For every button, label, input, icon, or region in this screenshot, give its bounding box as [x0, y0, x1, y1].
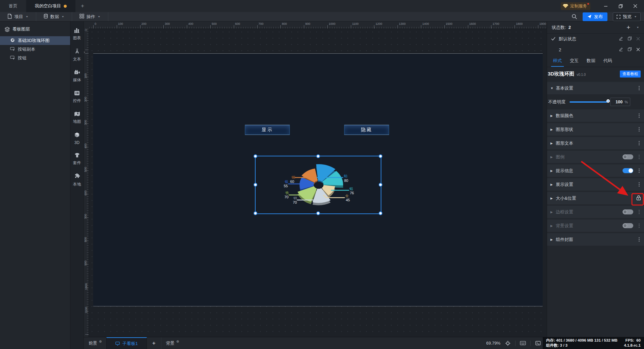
- section-menu-icon[interactable]: [637, 86, 641, 90]
- state-row-1[interactable]: 2: [547, 44, 644, 55]
- console-icon[interactable]: [534, 340, 542, 347]
- selection-handle[interactable]: [316, 211, 320, 215]
- close-button[interactable]: [629, 1, 642, 11]
- inspector-tab-2[interactable]: 数据: [583, 58, 599, 67]
- section-大小&位置[interactable]: ▶大小&位置: [547, 192, 644, 204]
- canvas-viewport[interactable]: 显示 隐藏 铂80铝76金45锌70铁70银55铜60: [89, 29, 547, 337]
- menu-item-project[interactable]: 项目▼: [0, 12, 36, 21]
- caret-right-icon[interactable]: ▶: [550, 210, 556, 214]
- project-tab-0[interactable]: 首页: [0, 0, 26, 12]
- toggle-off[interactable]: [623, 154, 633, 159]
- selection-handle[interactable]: [254, 211, 257, 215]
- section-图形形状[interactable]: ▶图形形状: [547, 123, 644, 136]
- delete-state-icon[interactable]: [636, 47, 640, 52]
- rail-item-3d[interactable]: 3D: [74, 132, 80, 145]
- rose-chart-widget[interactable]: 铂80铝76金45锌70铁70银55铜60: [256, 156, 382, 215]
- section-menu-icon[interactable]: [637, 113, 641, 118]
- toggle-off[interactable]: [623, 209, 633, 214]
- copy-state-icon[interactable]: [628, 36, 632, 42]
- inspector-tab-1[interactable]: 交互: [566, 58, 583, 67]
- caret-right-icon[interactable]: ▶: [550, 197, 556, 200]
- section-图例[interactable]: ▶图例: [547, 151, 644, 163]
- rail-item-charts[interactable]: 图表: [73, 28, 81, 41]
- canvas-area[interactable]: 显示 隐藏 铂80铝76金45锌70铁70银55铜60 010020030040…: [84, 21, 547, 337]
- foreground-add-icon[interactable]: ⊕: [99, 340, 102, 343]
- rail-item-kits[interactable]: 套件: [73, 153, 81, 166]
- background-add-icon[interactable]: ⊕: [176, 340, 179, 343]
- edit-state-icon[interactable]: [619, 47, 623, 52]
- section-menu-icon[interactable]: [637, 155, 641, 159]
- selection-handle[interactable]: [379, 183, 382, 187]
- delete-state-icon[interactable]: [636, 37, 640, 42]
- menu-item-operation[interactable]: 操作▼: [72, 12, 108, 21]
- toggle-on[interactable]: [623, 168, 633, 173]
- foreground-button[interactable]: 前景 ⊕: [84, 337, 106, 349]
- section-数据颜色[interactable]: ▶数据颜色: [547, 109, 644, 122]
- rail-item-text[interactable]: 文本: [73, 49, 81, 62]
- background-button[interactable]: 背景 ⊕: [161, 337, 184, 349]
- layer-item-0[interactable]: 基础3D玫瑰环图: [0, 36, 70, 45]
- opacity-slider[interactable]: [570, 101, 607, 103]
- section-menu-icon[interactable]: [637, 182, 641, 187]
- slider-knob[interactable]: [606, 99, 610, 103]
- caret-down-icon[interactable]: ▼: [550, 87, 556, 90]
- caret-right-icon[interactable]: ▶: [550, 183, 556, 186]
- copy-state-icon[interactable]: [628, 47, 632, 52]
- caret-right-icon[interactable]: ▶: [550, 169, 556, 172]
- rail-item-controls[interactable]: 控件: [73, 91, 81, 104]
- section-图形文本[interactable]: ▶图形文本: [547, 137, 644, 149]
- section-提示信息[interactable]: ▶提示信息: [547, 164, 644, 177]
- selection-handle[interactable]: [254, 183, 257, 187]
- search-icon[interactable]: [572, 14, 577, 19]
- section-基本设置[interactable]: ▼基本设置: [547, 82, 644, 94]
- caret-right-icon[interactable]: ▶: [550, 128, 556, 131]
- add-state-button[interactable]: +: [627, 24, 636, 31]
- section-menu-icon[interactable]: [637, 168, 641, 173]
- show-button-widget[interactable]: 显示: [245, 125, 290, 135]
- caret-right-icon[interactable]: ▶: [550, 142, 556, 145]
- keyboard-shortcuts-icon[interactable]: [519, 340, 527, 347]
- minimize-button[interactable]: [599, 1, 612, 11]
- section-边框设置[interactable]: ▶边框设置: [547, 206, 644, 218]
- add-subboard-button[interactable]: +: [147, 337, 161, 349]
- section-menu-icon[interactable]: [637, 141, 641, 145]
- view-tutorial-button[interactable]: 查看教程: [620, 70, 641, 78]
- lock-icon[interactable]: [636, 195, 641, 202]
- restore-button[interactable]: [614, 1, 627, 11]
- section-组件封面[interactable]: ▶组件封面: [547, 233, 644, 246]
- section-背景设置[interactable]: ▶背景设置: [547, 219, 644, 232]
- rail-item-media[interactable]: 媒体: [73, 70, 81, 83]
- section-menu-icon[interactable]: [637, 237, 641, 242]
- publish-button[interactable]: 发布: [583, 12, 607, 21]
- selection-box[interactable]: 铂80铝76金45锌70铁70银55铜60: [255, 156, 381, 214]
- states-chevron-icon[interactable]: ▼: [636, 26, 639, 29]
- selection-handle[interactable]: [316, 154, 320, 158]
- rail-item-local[interactable]: 本地: [73, 173, 81, 187]
- section-menu-icon[interactable]: [637, 210, 641, 214]
- layer-item-2[interactable]: 按钮: [0, 54, 70, 62]
- subboard-tab[interactable]: 子看板1: [106, 337, 147, 349]
- edit-state-icon[interactable]: [619, 36, 623, 42]
- caret-right-icon[interactable]: ▶: [550, 238, 556, 241]
- caret-right-icon[interactable]: ▶: [550, 114, 556, 117]
- inspector-tab-3[interactable]: 代码: [599, 58, 616, 67]
- hide-button-widget[interactable]: 隐藏: [344, 125, 389, 135]
- menu-item-data[interactable]: 数据▼: [36, 12, 72, 21]
- selection-handle[interactable]: [254, 154, 257, 158]
- section-menu-icon[interactable]: [637, 127, 641, 132]
- custom-service-badge[interactable]: 定制服务: [561, 2, 590, 10]
- state-row-0[interactable]: 默认状态: [547, 34, 644, 44]
- new-project-tab-button[interactable]: +: [75, 0, 90, 12]
- opacity-input[interactable]: 100%: [610, 98, 630, 106]
- zoom-level[interactable]: 69.79%: [486, 341, 500, 346]
- selection-handle[interactable]: [379, 154, 382, 158]
- inspector-tab-0[interactable]: 样式: [549, 58, 566, 67]
- section-展示设置[interactable]: ▶展示设置: [547, 178, 644, 191]
- layer-item-1[interactable]: 按钮副本: [0, 45, 70, 54]
- preview-button[interactable]: 预览 ▼: [613, 12, 641, 21]
- project-tab-1[interactable]: 我的空白项目: [26, 0, 75, 12]
- selection-handle[interactable]: [379, 211, 382, 215]
- toggle-off[interactable]: [623, 223, 633, 228]
- section-menu-icon[interactable]: [637, 223, 641, 228]
- caret-right-icon[interactable]: ▶: [550, 224, 556, 228]
